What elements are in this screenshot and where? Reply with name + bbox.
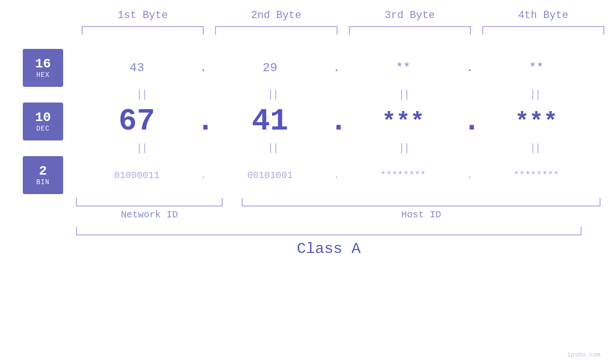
class-bracket [76, 227, 582, 235]
bracket-byte2 [215, 26, 337, 35]
equals-row-1: || || || || [0, 89, 610, 101]
hex-b3: ** [344, 61, 463, 75]
bottom-bracket-area: Network ID Host ID [0, 198, 610, 220]
bottom-brackets [76, 198, 601, 206]
hex-b1: 43 [77, 61, 197, 75]
hex-values: 43 . 29 . ** . ** [63, 61, 610, 75]
class-row: Class A [0, 227, 610, 258]
watermark: ipshu.com [567, 351, 601, 358]
top-brackets [0, 26, 610, 35]
dec-row: 10 DEC 67 . 41 . *** . *** [0, 103, 610, 140]
hex-badge-number: 16 [35, 57, 51, 72]
byte1-header: 1st Byte [76, 9, 209, 21]
main-container: 1st Byte 2nd Byte 3rd Byte 4th Byte 16 H… [0, 0, 610, 364]
dec-sep2: . [329, 104, 344, 139]
dec-values: 67 . 41 . *** . *** [63, 104, 610, 139]
eq1-b4: || [469, 89, 601, 101]
eq1-b2: || [207, 89, 338, 101]
bin-row: 2 BIN 01000011 . 00101001 . ******** . *… [0, 156, 610, 194]
dec-sep3: . [463, 104, 477, 139]
hex-b4: ** [477, 61, 596, 75]
dec-b3: *** [344, 108, 463, 135]
host-bracket [242, 198, 601, 206]
bin-badge-label: BIN [36, 178, 49, 186]
hex-badge: 16 HEX [23, 49, 63, 87]
bin-sep2: . [329, 170, 344, 181]
eq2-b2: || [207, 142, 338, 154]
hex-row: 16 HEX 43 . 29 . ** . ** [0, 49, 610, 87]
network-bracket [76, 198, 223, 206]
hex-sep3: . [463, 61, 477, 75]
bracket-labels: Network ID Host ID [76, 209, 601, 220]
bracket-byte3 [349, 26, 471, 35]
class-label: Class A [76, 240, 582, 258]
bracket-byte4 [482, 26, 604, 35]
byte4-header: 4th Byte [477, 9, 610, 21]
eq1-b3: || [338, 89, 469, 101]
bin-values: 01000011 . 00101001 . ******** . *******… [63, 170, 610, 181]
eq2-b1: || [76, 142, 207, 154]
bin-b2: 00101001 [211, 170, 330, 181]
bin-b1: 01000011 [77, 170, 197, 181]
bin-badge: 2 BIN [23, 156, 63, 194]
hex-b2: 29 [211, 61, 330, 75]
bin-b3: ******** [344, 170, 463, 181]
hex-sep2: . [329, 61, 344, 75]
dec-badge: 10 DEC [23, 103, 63, 140]
bin-badge-number: 2 [39, 164, 47, 179]
eq1-b1: || [76, 89, 207, 101]
eq2-b3: || [338, 142, 469, 154]
dec-badge-label: DEC [36, 125, 49, 132]
network-id-label: Network ID [76, 209, 223, 220]
bin-sep3: . [463, 170, 477, 181]
byte-headers: 1st Byte 2nd Byte 3rd Byte 4th Byte [0, 9, 610, 21]
byte3-header: 3rd Byte [343, 9, 477, 21]
byte2-header: 2nd Byte [209, 9, 343, 21]
dec-b4: *** [477, 108, 596, 135]
dec-sep1: . [197, 104, 211, 139]
host-id-label: Host ID [242, 209, 601, 220]
hex-sep1: . [197, 61, 211, 75]
hex-badge-label: HEX [36, 71, 49, 79]
dec-badge-number: 10 [35, 111, 51, 125]
eq2-b4: || [469, 142, 601, 154]
equals-row-2: || || || || [0, 142, 610, 154]
bin-b4: ******** [477, 170, 596, 181]
dec-b1: 67 [77, 104, 197, 139]
bracket-byte1 [82, 26, 204, 35]
bin-sep1: . [197, 170, 211, 181]
dec-b2: 41 [211, 104, 330, 139]
